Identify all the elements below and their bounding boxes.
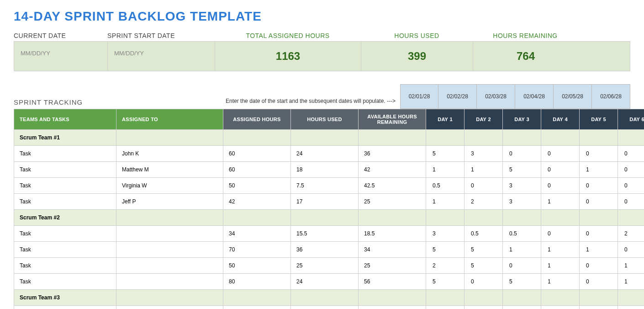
empty-cell[interactable] (618, 290, 644, 306)
hours-used-cell[interactable]: 17 (291, 194, 359, 210)
date-header-cell[interactable]: 02/06/28 (592, 84, 630, 109)
task-name-cell[interactable]: Task (14, 306, 116, 309)
day-cell[interactable]: 0 (580, 258, 618, 274)
day-cell[interactable]: 1 (541, 258, 580, 274)
empty-cell[interactable] (503, 210, 541, 226)
day-cell[interactable]: 3 (503, 194, 541, 210)
empty-cell[interactable] (541, 290, 580, 306)
day-cell[interactable]: 0 (618, 178, 644, 194)
assigned-hours-cell[interactable]: 60 (223, 162, 291, 178)
day-cell[interactable]: 1 (465, 162, 503, 178)
day-cell[interactable]: 0 (580, 306, 618, 309)
hours-remaining-cell[interactable]: 56 (359, 274, 426, 290)
team-name-cell[interactable]: Scrum Team #2 (14, 210, 116, 226)
empty-cell[interactable] (541, 130, 580, 146)
empty-cell[interactable] (465, 130, 503, 146)
assigned-hours-cell[interactable]: 50 (223, 258, 291, 274)
day-cell[interactable]: 1 (426, 194, 465, 210)
task-name-cell[interactable]: Task (14, 274, 116, 290)
assigned-to-cell[interactable] (116, 226, 223, 242)
task-name-cell[interactable]: Task (14, 162, 116, 178)
assigned-hours-cell[interactable]: 60 (223, 146, 291, 162)
day-cell[interactable]: 0 (465, 274, 503, 290)
day-cell[interactable]: 0 (618, 194, 644, 210)
day-cell[interactable]: 5 (426, 242, 465, 258)
day-cell[interactable]: 5 (426, 274, 465, 290)
empty-cell[interactable] (291, 210, 359, 226)
day-cell[interactable]: 5 (465, 242, 503, 258)
hours-used-cell[interactable]: 18 (291, 306, 359, 309)
empty-cell[interactable] (116, 290, 223, 306)
start-date-cell[interactable]: MM/DD/YY (108, 42, 215, 71)
date-header-cell[interactable]: 02/03/28 (477, 84, 515, 109)
day-cell[interactable]: 0 (580, 226, 618, 242)
empty-cell[interactable] (618, 130, 644, 146)
day-cell[interactable]: 3 (426, 226, 465, 242)
day-cell[interactable]: 0 (618, 146, 644, 162)
empty-cell[interactable] (359, 130, 426, 146)
day-cell[interactable]: 5 (503, 162, 541, 178)
empty-cell[interactable] (503, 130, 541, 146)
task-name-cell[interactable]: Task (14, 178, 116, 194)
hours-used-cell[interactable]: 15.5 (291, 226, 359, 242)
team-name-cell[interactable]: Scrum Team #1 (14, 130, 116, 146)
day-cell[interactable]: 1 (580, 162, 618, 178)
empty-cell[interactable] (503, 290, 541, 306)
task-name-cell[interactable]: Task (14, 146, 116, 162)
empty-cell[interactable] (580, 210, 618, 226)
day-cell[interactable]: 1 (503, 242, 541, 258)
current-date-cell[interactable]: MM/DD/YY (14, 42, 108, 71)
assigned-hours-cell[interactable]: 80 (223, 274, 291, 290)
empty-cell[interactable] (291, 290, 359, 306)
assigned-to-cell[interactable] (116, 274, 223, 290)
empty-cell[interactable] (465, 290, 503, 306)
empty-cell[interactable] (426, 290, 465, 306)
empty-cell[interactable] (116, 210, 223, 226)
day-cell[interactable]: 2 (618, 226, 644, 242)
day-cell[interactable]: 2 (465, 194, 503, 210)
assigned-hours-cell[interactable]: 70 (223, 242, 291, 258)
day-cell[interactable]: 5 (465, 258, 503, 274)
day-cell[interactable]: 1 (618, 274, 644, 290)
day-cell[interactable]: 6 (426, 306, 465, 309)
empty-cell[interactable] (291, 130, 359, 146)
hours-used-cell[interactable]: 7.5 (291, 178, 359, 194)
date-header-cell[interactable]: 02/05/28 (554, 84, 592, 109)
day-cell[interactable]: 0.5 (503, 226, 541, 242)
task-name-cell[interactable]: Task (14, 226, 116, 242)
day-cell[interactable]: 1 (541, 274, 580, 290)
task-name-cell[interactable]: Task (14, 194, 116, 210)
day-cell[interactable]: 0 (618, 162, 644, 178)
day-cell[interactable]: 0.5 (426, 178, 465, 194)
day-cell[interactable]: 0 (465, 178, 503, 194)
empty-cell[interactable] (580, 290, 618, 306)
assigned-to-cell[interactable]: Jeff P (116, 194, 223, 210)
empty-cell[interactable] (618, 210, 644, 226)
assigned-to-cell[interactable]: Virginia W (116, 178, 223, 194)
hours-used-cell[interactable]: 24 (291, 146, 359, 162)
day-cell[interactable]: 0 (580, 146, 618, 162)
day-cell[interactable]: 2 (426, 258, 465, 274)
empty-cell[interactable] (541, 210, 580, 226)
task-name-cell[interactable]: Task (14, 258, 116, 274)
day-cell[interactable]: 0 (618, 242, 644, 258)
hours-used-cell[interactable]: 36 (291, 242, 359, 258)
team-name-cell[interactable]: Scrum Team #3 (14, 290, 116, 306)
day-cell[interactable]: 3 (465, 146, 503, 162)
assigned-to-cell[interactable] (116, 258, 223, 274)
date-header-cell[interactable]: 02/02/28 (438, 84, 477, 109)
hours-remaining-cell[interactable]: 42.5 (359, 178, 426, 194)
day-cell[interactable]: 0 (541, 226, 580, 242)
empty-cell[interactable] (465, 210, 503, 226)
hours-used-cell[interactable]: 25 (291, 258, 359, 274)
day-cell[interactable]: 5 (503, 274, 541, 290)
assigned-hours-cell[interactable]: 80 (223, 306, 291, 309)
day-cell[interactable]: 0 (503, 146, 541, 162)
assigned-hours-cell[interactable]: 34 (223, 226, 291, 242)
hours-remaining-cell[interactable]: 25 (359, 194, 426, 210)
assigned-hours-cell[interactable]: 50 (223, 178, 291, 194)
hours-used-cell[interactable]: 24 (291, 274, 359, 290)
day-cell[interactable]: 0.5 (465, 226, 503, 242)
empty-cell[interactable] (223, 290, 291, 306)
day-cell[interactable]: 1 (541, 194, 580, 210)
